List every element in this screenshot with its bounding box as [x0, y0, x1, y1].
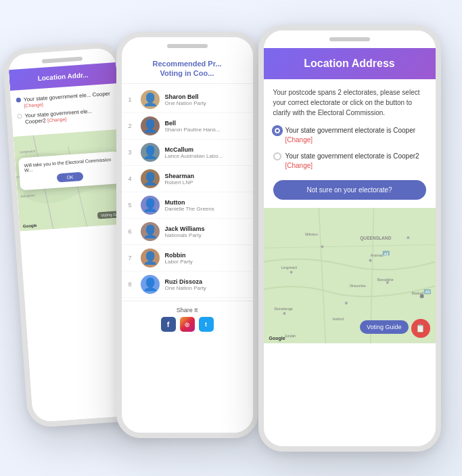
middle-screen: Recommended Pr... Voting in Coo... 1 👤 S… [122, 37, 253, 433]
candidate-num-4: 4 [129, 175, 135, 182]
svg-point-12 [290, 270, 292, 273]
left-opt2-text: Your state government ele... Cooper2 [Ch… [24, 106, 114, 125]
candidate-name-3: McCallum [165, 146, 246, 153]
candidate-item-4[interactable]: 4 👤 Shearman Robert LNP [122, 166, 253, 192]
middle-header-title: Recommended Pr... Voting in Coo... [130, 59, 245, 79]
radio-active [16, 98, 20, 102]
candidate-info-7: Robbin Labor Party [165, 252, 246, 265]
change-link-1[interactable]: [Change] [24, 102, 43, 108]
svg-text:Stonehenge: Stonehenge [274, 306, 293, 310]
candidate-party-4: Robert LNP [165, 179, 246, 186]
candidate-info-6: Jack Williams Nationals Party [165, 225, 246, 238]
candidate-item-6[interactable]: 6 👤 Jack Williams Nationals Party [122, 219, 253, 245]
right-header-title: Location Address [273, 58, 426, 70]
candidate-item-3[interactable]: 3 👤 McCallum Lance Australian Labo... [122, 139, 253, 166]
left-header-title: Location Addr... [16, 69, 110, 83]
svg-point-11 [321, 245, 323, 248]
right-screen: Location Address Your postcode spans 2 e… [264, 30, 436, 446]
radio-inactive [17, 113, 22, 118]
right-option1-text: Your state government electorate is Coop… [285, 126, 426, 145]
candidate-info-5: Mutton Danielle The Greens [165, 199, 246, 212]
candidate-avatar-1: 👤 [141, 90, 160, 109]
candidate-num-3: 3 [129, 149, 135, 156]
social-icons: f ◎ t [129, 317, 246, 332]
right-radio-inactive[interactable] [273, 152, 281, 160]
not-sure-button[interactable]: Not sure on your electorate? [273, 180, 426, 200]
phone-right: Location Address Your postcode spans 2 e… [258, 25, 441, 452]
instagram-icon[interactable]: ◎ [180, 317, 195, 332]
candidate-avatar-7: 👤 [141, 248, 160, 267]
svg-text:Jundah: Jundah [284, 334, 296, 338]
candidate-name-6: Jack Williams [165, 225, 246, 232]
candidate-avatar-3: 👤 [141, 143, 160, 162]
left-body: Your state government ele... Cooper [Cha… [9, 83, 120, 136]
svg-text:Barcaldine: Barcaldine [20, 193, 35, 198]
candidate-party-2: Sharon Pauline Hans... [165, 127, 246, 133]
svg-text:Barcaldine: Barcaldine [377, 278, 393, 282]
svg-text:Winton: Winton [304, 232, 317, 236]
phone-middle: Recommended Pr... Voting in Coo... 1 👤 S… [116, 32, 258, 438]
candidate-party-3: Lance Australian Labo... [165, 153, 246, 159]
candidate-item-2[interactable]: 2 👤 Bell Sharon Pauline Hans... [122, 113, 253, 139]
right-change-1[interactable]: [Change] [285, 136, 313, 144]
candidate-name-5: Mutton [165, 199, 246, 206]
right-desc: Your postcode spans 2 electorates, pleas… [273, 87, 426, 118]
svg-text:QUEENSLAND: QUEENSLAND [360, 236, 391, 241]
candidate-info-8: Ruzi Dissoza One Nation Party [165, 278, 246, 291]
candidate-num-5: 5 [129, 202, 135, 209]
svg-point-16 [344, 301, 347, 304]
middle-title-line1: Recommended Pr... [152, 60, 221, 68]
modal-overlay: Will take you to the Electoral Commissio… [18, 151, 120, 190]
left-option-1: Your state government ele... Cooper [Cha… [16, 90, 113, 109]
right-radio-active[interactable] [273, 127, 281, 135]
right-change-2[interactable]: [Change] [285, 162, 313, 169]
candidate-item-7[interactable]: 7 👤 Robbin Labor Party [122, 245, 253, 272]
candidate-num-2: 2 [129, 123, 135, 129]
right-header: Location Address [264, 48, 436, 79]
candidate-avatar-5: 👤 [141, 196, 160, 215]
candidate-item-8[interactable]: 8 👤 Ruzi Dissoza One Nation Party [122, 272, 253, 298]
svg-point-14 [407, 236, 409, 239]
right-option2-text: Your state government electorate is Coop… [285, 152, 426, 171]
candidate-name-2: Bell [165, 120, 246, 127]
facebook-icon[interactable]: f [161, 317, 176, 332]
svg-text:Aramac: Aramac [370, 253, 383, 257]
svg-text:Ilfracombe: Ilfracombe [350, 284, 366, 288]
candidate-party-5: Danielle The Greens [165, 206, 246, 212]
svg-point-13 [369, 259, 371, 261]
svg-text:Longreach: Longreach [19, 148, 35, 154]
map-action-button[interactable]: 📋 [411, 319, 430, 338]
modal-text: Will take you to the Electoral Commissio… [24, 156, 114, 172]
candidate-name-7: Robbin [165, 252, 246, 259]
google-label-left: Google [22, 223, 37, 228]
candidate-party-7: Labor Party [165, 259, 246, 265]
left-opt1-text: Your state government ele... Cooper [Cha… [23, 90, 113, 108]
left-option-2: Your state government ele... Cooper2 [Ch… [17, 106, 114, 125]
svg-text:A5: A5 [425, 290, 430, 294]
svg-rect-7 [264, 208, 436, 343]
svg-text:A2: A2 [384, 251, 388, 255]
candidate-name-4: Shearman [165, 173, 246, 179]
svg-text:Longreach: Longreach [281, 265, 297, 269]
svg-text:Blackall: Blackall [411, 291, 423, 295]
candidate-avatar-6: 👤 [141, 222, 160, 241]
candidate-num-6: 6 [129, 228, 135, 235]
modal-ok-button[interactable]: OK [57, 171, 83, 182]
candidate-info-2: Bell Sharon Pauline Hans... [165, 120, 246, 133]
middle-header: Recommended Pr... Voting in Coo... [122, 52, 253, 85]
right-option-2: Your state government electorate is Coop… [273, 152, 426, 171]
candidate-avatar-4: 👤 [141, 169, 160, 188]
change-link-2[interactable]: [Change] [47, 116, 66, 123]
candidate-list: 1 👤 Sharon Bell One Nation Party 2 👤 [122, 84, 253, 301]
candidate-info-4: Shearman Robert LNP [165, 173, 246, 186]
twitter-icon[interactable]: t [199, 317, 214, 332]
right-map: Winton QUEENSLAND Aramac Longreach Ilfra… [264, 208, 436, 343]
candidate-name-8: Ruzi Dissoza [165, 278, 246, 285]
candidate-party-6: Nationals Party [165, 232, 246, 238]
candidate-info-3: McCallum Lance Australian Labo... [165, 146, 246, 159]
left-map: Longreach Ilfracombe Barcaldine Will tak… [13, 129, 126, 231]
candidate-avatar-8: 👤 [141, 275, 160, 294]
candidate-item-5[interactable]: 5 👤 Mutton Danielle The Greens [122, 192, 253, 219]
candidate-item-1[interactable]: 1 👤 Sharon Bell One Nation Party [122, 87, 253, 113]
voting-guide-button[interactable]: Voting Guide [360, 320, 409, 334]
